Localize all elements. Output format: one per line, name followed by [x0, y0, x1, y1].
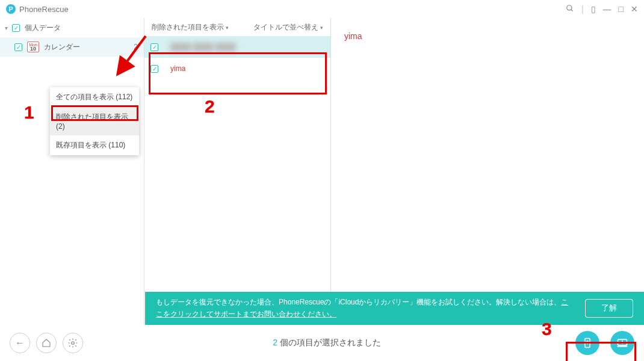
- svg-line-7: [120, 36, 146, 70]
- info-banner: もしデータを復元できなかった場合、PhoneRescueの「iCloudからリカ…: [145, 292, 644, 325]
- window-menu-icon[interactable]: ▯: [591, 4, 596, 14]
- close-icon[interactable]: ✕: [631, 4, 638, 14]
- selection-status: 2 個の項目が選択されました: [89, 338, 565, 348]
- checkbox[interactable]: ✓: [150, 43, 158, 51]
- svg-point-2: [72, 342, 75, 345]
- home-button[interactable]: [36, 333, 57, 353]
- minimize-icon[interactable]: —: [603, 4, 611, 14]
- selection-count: 2: [273, 338, 277, 347]
- checkbox[interactable]: ✓: [14, 43, 22, 51]
- list-pane: 削除された項目を表示 タイトルで並べ替え ✓ ████ ████ ████ ✓ …: [144, 18, 331, 325]
- recover-to-device-button[interactable]: [575, 331, 599, 355]
- list-item[interactable]: ✓ yima: [144, 58, 330, 79]
- list-item-title: yima: [170, 64, 185, 73]
- menu-item-show-all[interactable]: 全ての項目を表示 (112): [50, 87, 139, 107]
- menu-item-show-existing[interactable]: 既存項目を表示 (110): [50, 135, 139, 155]
- menu-item-show-deleted[interactable]: 削除された項目を表示 (2): [50, 107, 139, 135]
- annotation-number-2: 2: [205, 96, 215, 117]
- filter-context-menu: 全ての項目を表示 (112) 削除された項目を表示 (2) 既存項目を表示 (1…: [50, 87, 139, 155]
- title-bar: P PhoneRescue | ▯ — □ ✕: [0, 0, 644, 18]
- annotation-number-3: 3: [542, 319, 552, 339]
- banner-ok-button[interactable]: 了解: [585, 299, 633, 318]
- svg-line-1: [571, 9, 573, 11]
- checkbox[interactable]: ✓: [150, 65, 158, 73]
- selection-suffix: 個の項目が選択されました: [277, 338, 381, 347]
- recover-to-computer-button[interactable]: [610, 331, 634, 355]
- tree-item-label: カレンダー: [44, 42, 80, 52]
- checkbox[interactable]: ✓: [12, 24, 20, 32]
- caret-down-icon: ▾: [5, 25, 11, 31]
- maximize-icon[interactable]: □: [619, 4, 624, 14]
- detail-pane: yima: [331, 18, 644, 325]
- detail-title: yima: [344, 31, 631, 41]
- list-item[interactable]: ✓ ████ ████ ████: [144, 36, 330, 58]
- settings-button[interactable]: [63, 333, 83, 353]
- sort-dropdown[interactable]: タイトルで並べ替え: [253, 22, 323, 32]
- filter-dropdown[interactable]: 削除された項目を表示: [152, 22, 229, 32]
- app-logo-icon: P: [6, 4, 16, 14]
- app-title: PhoneRescue: [19, 5, 69, 14]
- banner-text: もしデータを復元できなかった場合、PhoneRescueの「iCloudからリカ…: [156, 298, 561, 306]
- tree-root-label: 個人データ: [25, 23, 61, 33]
- annotation-arrow: [116, 33, 149, 76]
- list-item-title: ████ ████ ████: [170, 43, 236, 51]
- annotation-number-1: 1: [24, 102, 34, 123]
- search-icon[interactable]: [566, 4, 574, 14]
- calendar-icon: Mon10: [27, 42, 39, 52]
- svg-point-0: [567, 5, 572, 10]
- back-button[interactable]: ←: [10, 333, 30, 353]
